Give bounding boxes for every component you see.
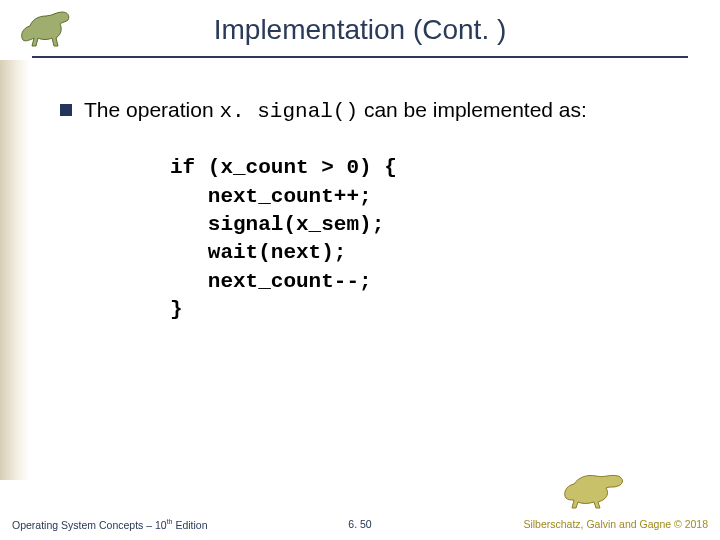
slide-title: Implementation (Cont. ) [0,14,720,46]
left-gradient-sidebar [0,60,30,480]
title-underline [32,56,688,58]
slide-body: The operation x. signal() can be impleme… [60,96,680,324]
slide: Implementation (Cont. ) The operation x.… [0,0,720,540]
code-block: if (x_count > 0) { next_count++; signal(… [170,154,680,324]
bullet-inline-code: x. signal() [219,100,358,123]
footer-copyright: Silberschatz, Galvin and Gagne © 2018 [523,518,708,530]
slide-footer: Operating System Concepts – 10th Edition… [0,500,720,540]
bullet-text: The operation x. signal() can be impleme… [84,96,587,126]
bullet-text-post: can be implemented as: [358,98,587,121]
bullet-square-icon [60,104,72,116]
bullet-text-pre: The operation [84,98,219,121]
bullet-item: The operation x. signal() can be impleme… [60,96,680,126]
